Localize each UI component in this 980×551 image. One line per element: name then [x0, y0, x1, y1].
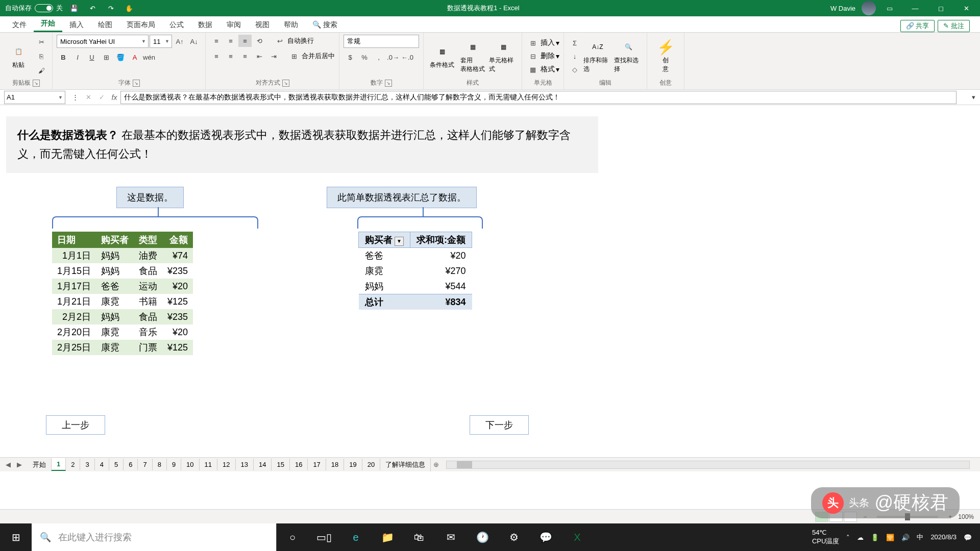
new-sheet-button[interactable]: ⊕: [431, 461, 441, 468]
cortana-button[interactable]: ○: [277, 523, 308, 551]
save-button[interactable]: 💾: [67, 1, 81, 15]
pivot-filter-button[interactable]: ▼: [395, 237, 404, 246]
sheet-tab-11[interactable]: 11: [200, 459, 217, 470]
tell-me-search[interactable]: 🔍 搜索: [305, 17, 345, 32]
percent-button[interactable]: %: [358, 51, 371, 63]
redo-button[interactable]: ↷: [104, 1, 118, 15]
cut-button[interactable]: ✂: [35, 36, 48, 48]
undo-button[interactable]: ↶: [85, 1, 100, 15]
align-launcher[interactable]: ↘: [282, 80, 289, 87]
tab-draw[interactable]: 绘图: [91, 17, 119, 32]
sheet-tab-19[interactable]: 19: [344, 459, 362, 470]
cancel-formula-button[interactable]: ✕: [82, 91, 95, 104]
tray-temperature[interactable]: 54℃CPU温度: [812, 529, 839, 546]
horizontal-scrollbar[interactable]: [446, 461, 970, 469]
decrease-indent-button[interactable]: ⇤: [253, 50, 266, 62]
store-icon[interactable]: 🛍: [403, 523, 435, 551]
pivot-header-buyer[interactable]: 购买者▼: [359, 232, 410, 248]
align-middle-button[interactable]: ≡: [224, 35, 237, 47]
comma-button[interactable]: ,: [372, 51, 385, 63]
increase-indent-button[interactable]: ⇥: [267, 50, 280, 62]
clock-icon[interactable]: 🕐: [467, 523, 498, 551]
sheet-tab-16[interactable]: 16: [290, 459, 308, 470]
clear-button[interactable]: ◇: [568, 63, 581, 76]
maximize-button[interactable]: ◻: [929, 0, 952, 16]
prev-step-button[interactable]: 上一步: [46, 415, 105, 435]
close-button[interactable]: ✕: [954, 0, 978, 16]
italic-button[interactable]: I: [71, 51, 84, 63]
tray-notifications-icon[interactable]: 💬: [964, 534, 972, 541]
sheet-tab-9[interactable]: 9: [167, 459, 181, 470]
autosum-button[interactable]: Σ: [568, 37, 581, 49]
name-box[interactable]: A1▼: [4, 91, 65, 104]
tab-view[interactable]: 视图: [248, 17, 277, 32]
merge-center-button[interactable]: ⊞: [287, 50, 301, 62]
copy-button[interactable]: ⎘: [35, 50, 48, 62]
sheet-tab-7[interactable]: 7: [138, 459, 152, 470]
sheet-tab-start[interactable]: 开始: [28, 458, 52, 471]
formula-bar[interactable]: 什么是数据透视表？在最基本的数据透视表形式中，数据透视表获取数据并进行汇总，这样…: [120, 91, 957, 104]
enter-formula-button[interactable]: ✓: [95, 91, 108, 104]
sheet-tab-6[interactable]: 6: [124, 459, 138, 470]
sheet-tab-4[interactable]: 4: [95, 459, 109, 470]
underline-button[interactable]: U: [85, 51, 99, 63]
minimize-button[interactable]: —: [903, 0, 927, 16]
clipboard-launcher[interactable]: ↘: [33, 80, 40, 87]
sheet-tab-1[interactable]: 1: [52, 458, 66, 471]
touch-mode-button[interactable]: ✋: [122, 1, 136, 15]
number-format-combo[interactable]: 常规▼: [344, 35, 419, 48]
align-left-button[interactable]: ≡: [210, 50, 223, 62]
format-as-table-button[interactable]: ▦套用 表格格式: [458, 39, 487, 73]
tray-wifi-icon[interactable]: 🛜: [886, 534, 894, 541]
file-explorer-icon[interactable]: 📁: [372, 523, 403, 551]
font-size-combo[interactable]: 11▼: [150, 35, 172, 48]
expand-formula-bar[interactable]: ▾: [967, 91, 980, 104]
sheet-tab-14[interactable]: 14: [254, 459, 272, 470]
tray-chevron-icon[interactable]: ˄: [846, 534, 850, 541]
sheet-tab-10[interactable]: 10: [181, 459, 199, 470]
fill-button[interactable]: ↓: [568, 50, 581, 62]
tab-insert[interactable]: 插入: [62, 17, 91, 32]
taskbar-search[interactable]: 🔍 在此键入进行搜索: [32, 523, 277, 551]
task-view-button[interactable]: ▭▯: [308, 523, 340, 551]
font-name-combo[interactable]: Microsoft YaHei UI▼: [57, 35, 149, 48]
find-select-button[interactable]: 🔍查找和选择: [614, 39, 643, 73]
align-right-button[interactable]: ≡: [238, 50, 252, 62]
sheet-nav-first[interactable]: ◀: [3, 461, 13, 468]
font-color-button[interactable]: A: [128, 51, 141, 63]
cell-styles-button[interactable]: ▦单元格样式: [489, 39, 518, 73]
edge-icon[interactable]: e: [340, 523, 372, 551]
tab-home[interactable]: 开始: [34, 16, 62, 32]
pinyin-button[interactable]: wén: [142, 51, 156, 63]
orientation-button[interactable]: ⟲: [253, 35, 266, 47]
delete-cells-button[interactable]: ⊟删除 ▾: [526, 50, 559, 62]
decrease-decimal-button[interactable]: ←.0: [401, 51, 414, 63]
tab-help[interactable]: 帮助: [277, 17, 305, 32]
sheet-tab-15[interactable]: 15: [272, 459, 289, 470]
ideas-button[interactable]: ⚡创 意: [651, 39, 680, 73]
next-step-button[interactable]: 下一步: [470, 415, 529, 435]
format-cells-button[interactable]: ▦格式 ▾: [526, 63, 559, 76]
share-button[interactable]: 🔗 共享: [900, 20, 935, 32]
comments-button[interactable]: ✎ 批注: [938, 20, 970, 32]
autosave-toggle[interactable]: 自动保存 关: [5, 4, 63, 13]
paste-button[interactable]: 📋 粘贴: [4, 43, 33, 69]
wrap-text-button[interactable]: ↩: [273, 35, 286, 47]
fill-color-button[interactable]: 🪣: [114, 51, 127, 63]
sheet-tab-3[interactable]: 3: [80, 459, 94, 470]
bold-button[interactable]: B: [57, 51, 70, 63]
tab-file[interactable]: 文件: [5, 17, 34, 32]
avatar[interactable]: [862, 1, 876, 15]
tab-review[interactable]: 审阅: [219, 17, 248, 32]
worksheet-area[interactable]: 什么是数据透视表？ 在最基本的数据透视表形式中，数据透视表获取数据并进行汇总，这…: [0, 105, 980, 457]
sheet-nav-last[interactable]: ▶: [14, 461, 24, 468]
sheet-tab-17[interactable]: 17: [308, 459, 326, 470]
tray-battery-icon[interactable]: 🔋: [871, 534, 879, 541]
fx-button[interactable]: fx: [108, 93, 120, 102]
sheet-tab-2[interactable]: 2: [66, 459, 80, 470]
decrease-font-button[interactable]: A↓: [187, 35, 201, 47]
excel-taskbar-icon[interactable]: X: [561, 523, 593, 551]
settings-icon[interactable]: ⚙: [498, 523, 530, 551]
mail-icon[interactable]: ✉: [435, 523, 467, 551]
sheet-tab-20[interactable]: 20: [362, 459, 380, 470]
